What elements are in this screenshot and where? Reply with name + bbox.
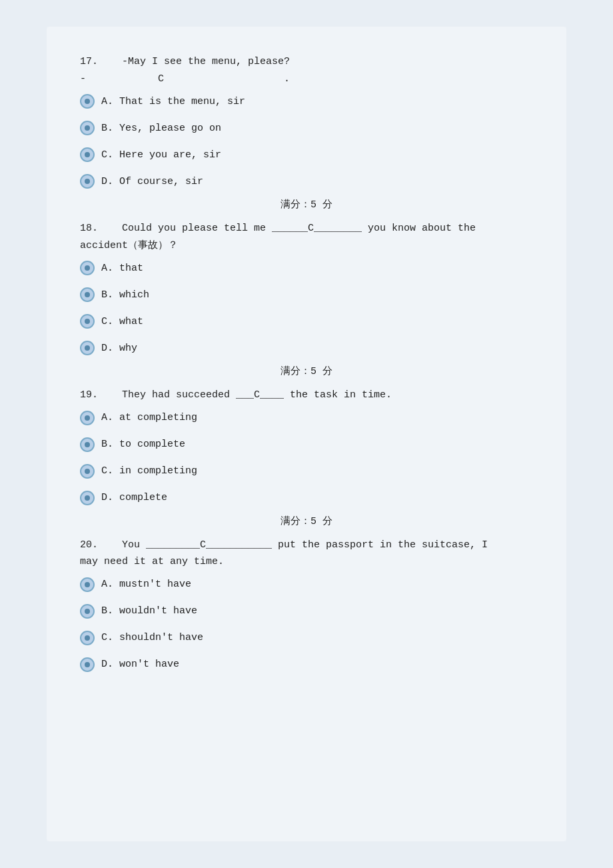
radio-inner [85,582,90,587]
option-label-q19-a: A. at completing [101,412,197,423]
radio-inner [85,265,90,271]
score-line-q18: 满分：5 分 [80,365,533,377]
option-row-q20-a[interactable]: A. mustn't have [80,575,533,595]
radio-icon-q19-a[interactable] [80,411,95,425]
radio-inner [85,609,90,614]
radio-inner [85,152,90,157]
radio-icon-q19-d[interactable] [80,491,95,505]
option-row-q18-d[interactable]: D. why [80,338,533,358]
radio-inner [85,179,90,184]
option-row-q19-b[interactable]: B. to complete [80,435,533,455]
radio-inner [85,319,90,324]
option-label-q18-d: D. why [101,343,137,354]
option-label-q18-a: A. that [101,263,143,274]
option-row-q18-b[interactable]: B. which [80,285,533,305]
option-label-q17-d: D. Of course, sir [101,176,203,187]
radio-icon-q17-d[interactable] [80,174,95,189]
radio-icon-q17-c[interactable] [80,147,95,162]
exam-page: 17. -May I see the menu, please? - C .A.… [47,27,566,841]
option-row-q17-b[interactable]: B. Yes, please go on [80,118,533,138]
radio-inner [85,662,90,667]
option-row-q17-d[interactable]: D. Of course, sir [80,171,533,191]
radio-icon-q17-b[interactable] [80,121,95,135]
option-label-q20-d: D. won't have [101,659,179,670]
option-row-q19-d[interactable]: D. complete [80,488,533,508]
option-row-q18-c[interactable]: C. what [80,311,533,331]
option-label-q19-c: C. in completing [101,465,197,477]
radio-inner [85,469,90,474]
option-label-q20-a: A. mustn't have [101,579,191,590]
option-row-q18-a[interactable]: A. that [80,258,533,278]
question-text-18: 18. Could you please tell me ______C____… [80,220,533,254]
radio-inner [85,125,90,131]
option-label-q17-a: A. That is the menu, sir [101,96,245,107]
option-label-q19-d: D. complete [101,492,167,503]
option-label-q18-c: C. what [101,316,143,327]
option-label-q18-b: B. which [101,289,149,301]
radio-icon-q20-c[interactable] [80,631,95,645]
question-20: 20. You _________C___________ put the pa… [80,537,533,675]
option-row-q17-a[interactable]: A. That is the menu, sir [80,91,533,111]
radio-inner [85,442,90,447]
option-row-q17-c[interactable]: C. Here you are, sir [80,145,533,165]
radio-icon-q17-a[interactable] [80,94,95,109]
radio-icon-q18-a[interactable] [80,261,95,275]
radio-icon-q19-b[interactable] [80,437,95,452]
radio-inner [85,635,90,641]
option-label-q17-b: B. Yes, please go on [101,123,221,134]
radio-inner [85,292,90,297]
question-text-19: 19. They had succeeded ___C____ the task… [80,387,533,404]
radio-icon-q18-c[interactable] [80,314,95,329]
question-text-20: 20. You _________C___________ put the pa… [80,537,533,571]
radio-icon-q20-d[interactable] [80,657,95,672]
radio-icon-q20-b[interactable] [80,604,95,619]
question-18: 18. Could you please tell me ______C____… [80,220,533,377]
question-17: 17. -May I see the menu, please? - C .A.… [80,53,533,211]
option-label-q17-c: C. Here you are, sir [101,149,221,161]
score-line-q19: 满分：5 分 [80,515,533,527]
option-label-q20-c: C. shouldn't have [101,632,203,643]
radio-icon-q20-a[interactable] [80,577,95,592]
question-text-17: 17. -May I see the menu, please? - C . [80,53,533,87]
option-row-q19-a[interactable]: A. at completing [80,408,533,428]
radio-inner [85,415,90,421]
radio-inner [85,345,90,351]
radio-icon-q18-b[interactable] [80,287,95,302]
option-row-q20-d[interactable]: D. won't have [80,655,533,675]
radio-inner [85,495,90,501]
option-label-q20-b: B. wouldn't have [101,605,197,617]
radio-inner [85,99,90,104]
option-row-q19-c[interactable]: C. in completing [80,461,533,481]
question-19: 19. They had succeeded ___C____ the task… [80,387,533,527]
score-line-q17: 满分：5 分 [80,198,533,211]
option-label-q19-b: B. to complete [101,439,185,450]
radio-icon-q19-c[interactable] [80,464,95,479]
radio-icon-q18-d[interactable] [80,341,95,355]
option-row-q20-b[interactable]: B. wouldn't have [80,601,533,621]
option-row-q20-c[interactable]: C. shouldn't have [80,628,533,648]
